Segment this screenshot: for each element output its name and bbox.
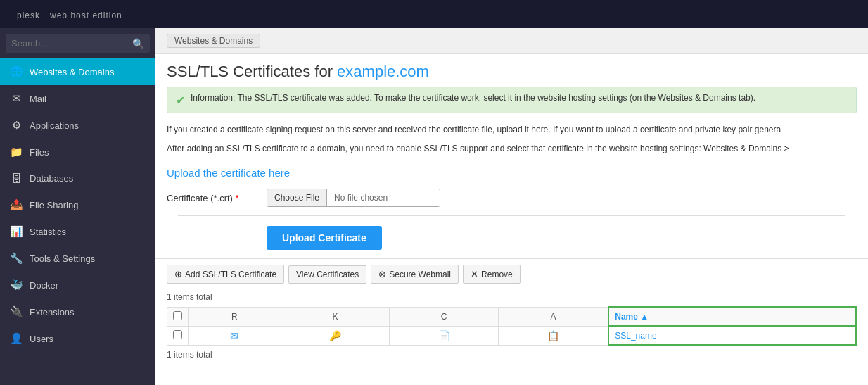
sidebar: 🔍 🌐 Websites & Domains ✉ Mail ⚙ Applicat… xyxy=(0,28,155,385)
docker-icon: 🐳 xyxy=(10,279,23,291)
cert-icon: 📄 xyxy=(438,330,450,341)
upload-section: Upload the certificate here Certificate … xyxy=(155,158,868,258)
sidebar-item-websites-domains[interactable]: 🌐 Websites & Domains xyxy=(0,58,155,85)
choose-file-button[interactable]: Choose File xyxy=(267,189,327,206)
sidebar-item-statistics[interactable]: 📊 Statistics xyxy=(0,218,155,245)
table-section: 1 items total R K C A Name ▲ xyxy=(155,289,868,370)
logo-text: plesk xyxy=(17,11,40,20)
view-certificates-button[interactable]: View Certificates xyxy=(288,265,366,284)
check-icon: ✔ xyxy=(176,94,185,107)
secure-webmail-label: Secure Webmail xyxy=(389,270,451,279)
required-marker: * xyxy=(236,193,239,203)
mail-icon: ✉ xyxy=(10,92,23,105)
divider xyxy=(178,215,845,216)
remove-button[interactable]: ✕ Remove xyxy=(463,265,521,284)
sidebar-item-applications[interactable]: ⚙ Applications xyxy=(0,112,155,139)
sidebar-item-label: Users xyxy=(30,334,53,344)
webmail-icon: ⊗ xyxy=(378,269,386,279)
sidebar-item-files[interactable]: 📁 Files xyxy=(0,139,155,165)
add-ssl-label: Add SSL/TLS Certificate xyxy=(185,270,276,279)
secure-webmail-button[interactable]: ⊗ Secure Webmail xyxy=(371,265,459,284)
remove-label: Remove xyxy=(481,270,513,279)
key-icon: 🔑 xyxy=(329,330,341,341)
breadcrumb: Websites & Domains xyxy=(155,28,868,54)
file-sharing-icon: 📤 xyxy=(10,198,23,211)
tools-icon: 🔧 xyxy=(10,252,23,265)
info-message-text: Information: The SSL/TLS certificate was… xyxy=(191,93,755,103)
page-title: SSL/TLS Certificates for example.com xyxy=(167,63,857,81)
col-name[interactable]: Name ▲ xyxy=(608,307,856,326)
email-icon: ✉ xyxy=(230,330,238,341)
row-r-cell: ✉ xyxy=(189,326,281,345)
ssl-name-link[interactable]: SSL_name xyxy=(615,331,656,341)
add-ssl-button[interactable]: ⊕ Add SSL/TLS Certificate xyxy=(167,265,284,284)
items-total-top: 1 items total xyxy=(167,292,857,302)
sidebar-item-extensions[interactable]: 🔌 Extensions xyxy=(0,298,155,325)
table-row: ✉ 🔑 📄 📋 SSL_name xyxy=(167,326,857,345)
sidebar-search-container: 🔍 xyxy=(0,28,155,58)
cert-label-text: Certificate (*.crt) xyxy=(167,193,233,203)
col-r: R xyxy=(189,307,281,326)
file-name-display: No file chosen xyxy=(327,189,440,206)
topbar: plesk web host edition xyxy=(0,0,868,28)
cert-file-row: Certificate (*.crt) * Choose File No fil… xyxy=(167,189,857,207)
cert-label: Certificate (*.crt) * xyxy=(167,193,258,203)
description-text-2: After adding an SSL/TLS certificate to a… xyxy=(155,139,868,158)
sidebar-item-label: Databases xyxy=(30,173,73,184)
table-header-row: R K C A Name ▲ xyxy=(167,307,857,326)
statistics-icon: 📊 xyxy=(10,225,23,238)
col-a: A xyxy=(498,307,608,326)
page-header: SSL/TLS Certificates for example.com xyxy=(155,54,868,87)
row-name-cell: SSL_name xyxy=(608,326,856,345)
websites-domains-icon: 🌐 xyxy=(10,65,23,78)
upload-certificate-button[interactable]: Upload Certificate xyxy=(267,226,382,250)
search-icon: 🔍 xyxy=(132,38,144,49)
search-input[interactable] xyxy=(6,34,150,53)
sidebar-item-tools-settings[interactable]: 🔧 Tools & Settings xyxy=(0,245,155,272)
row-c-cell: 📄 xyxy=(390,326,499,345)
sidebar-item-label: Docker xyxy=(30,280,58,291)
col-k: K xyxy=(281,307,390,326)
sidebar-item-label: Extensions xyxy=(30,307,75,317)
sidebar-item-label: Files xyxy=(30,147,49,158)
domain-link[interactable]: example.com xyxy=(337,63,429,80)
sidebar-item-databases[interactable]: 🗄 Databases xyxy=(0,165,155,191)
extensions-icon: 🔌 xyxy=(10,305,23,318)
row-checkbox[interactable] xyxy=(173,330,182,339)
sidebar-item-label: Tools & Settings xyxy=(30,253,95,264)
databases-icon: 🗄 xyxy=(10,172,23,184)
remove-icon: ✕ xyxy=(471,269,478,279)
sidebar-item-label: Statistics xyxy=(30,227,66,237)
edition-text: web host edition xyxy=(50,11,122,20)
col-c: C xyxy=(390,307,499,326)
ca-icon: 📋 xyxy=(547,330,559,341)
upload-section-title: Upload the certificate here xyxy=(167,167,857,179)
row-a-cell: 📋 xyxy=(498,326,608,345)
row-checkbox-cell xyxy=(167,326,189,345)
sidebar-item-users[interactable]: 👤 Users xyxy=(0,325,155,352)
sidebar-item-mail[interactable]: ✉ Mail xyxy=(0,85,155,112)
view-certs-label: View Certificates xyxy=(296,270,359,279)
row-k-cell: 🔑 xyxy=(281,326,390,345)
page-title-prefix: SSL/TLS Certificates for xyxy=(167,63,337,80)
main-content: Websites & Domains SSL/TLS Certificates … xyxy=(155,28,868,385)
file-input-wrap: Choose File No file chosen xyxy=(267,189,440,207)
breadcrumb-websites-domains[interactable]: Websites & Domains xyxy=(167,34,260,48)
sidebar-item-docker[interactable]: 🐳 Docker xyxy=(0,272,155,298)
items-total-bottom: 1 items total xyxy=(167,350,857,360)
sidebar-item-file-sharing[interactable]: 📤 File Sharing xyxy=(0,191,155,218)
users-icon: 👤 xyxy=(10,332,23,345)
certificates-table: R K C A Name ▲ ✉ xyxy=(167,306,857,346)
sidebar-item-label: File Sharing xyxy=(30,200,78,210)
logo: plesk web host edition xyxy=(11,7,122,22)
action-bar: ⊕ Add SSL/TLS Certificate View Certifica… xyxy=(155,258,868,289)
select-all-checkbox[interactable] xyxy=(173,311,182,320)
plus-icon: ⊕ xyxy=(174,269,182,279)
col-checkbox xyxy=(167,307,189,326)
files-icon: 📁 xyxy=(10,146,23,158)
applications-icon: ⚙ xyxy=(10,119,23,132)
sidebar-item-label: Mail xyxy=(30,94,46,104)
info-box: ✔ Information: The SSL/TLS certificate w… xyxy=(167,87,857,113)
sidebar-item-label: Applications xyxy=(30,120,79,131)
sidebar-item-label: Websites & Domains xyxy=(30,67,114,77)
